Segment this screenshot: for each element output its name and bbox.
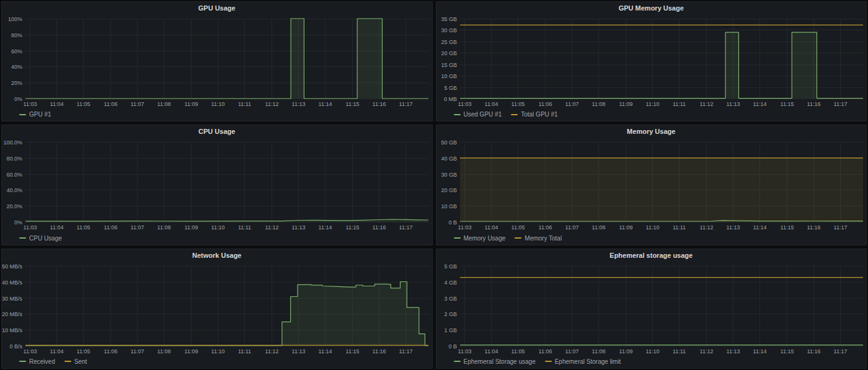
svg-text:11:05: 11:05 [511,224,525,231]
panel-title: GPU Memory Usage [619,2,684,15]
svg-text:100%: 100% [8,16,22,22]
svg-text:11:14: 11:14 [319,101,332,107]
svg-text:11:14: 11:14 [319,224,332,231]
panel-header[interactable]: CPU Usage [2,125,432,138]
panel-header[interactable]: Memory Usage [436,125,867,138]
svg-text:30 MB/s: 30 MB/s [2,295,22,301]
legend-series-dash-icon [454,237,461,239]
time-series-plot: 0 B/s10 MB/s20 MB/s30 MB/s40 MB/s50 MB/s… [2,262,432,356]
svg-text:11:15: 11:15 [780,348,794,355]
legend-item[interactable]: Total GPU #1 [511,110,557,119]
legend: Memory UsageMemory Total [436,233,867,245]
legend-series-dash-icon [511,114,518,115]
svg-text:15 GB: 15 GB [441,62,457,68]
chart-gpu-usage[interactable]: 0%20%40%60%80%100%11:0311:0411:0511:0611… [2,15,432,109]
chart-cpu-usage[interactable]: 0%20.0%40.0%60.0%80.0%100.0%11:0311:0411… [2,138,432,232]
svg-text:11:09: 11:09 [185,101,198,107]
legend-item[interactable]: GPU #1 [19,110,51,119]
panel-title: Ephemeral storage usage [609,249,693,262]
svg-text:11:14: 11:14 [753,348,766,355]
svg-text:11:11: 11:11 [238,101,251,107]
svg-text:11:16: 11:16 [373,224,386,231]
svg-text:11:06: 11:06 [104,348,118,355]
svg-text:11:08: 11:08 [157,224,171,231]
legend-item[interactable]: Received [19,357,55,366]
legend-series-dash-icon [19,237,26,239]
legend-item[interactable]: Ephemeral Storage limit [545,357,621,366]
panel-header[interactable]: Ephemeral storage usage [436,249,867,262]
svg-text:10 GB: 10 GB [441,203,457,209]
svg-text:11:16: 11:16 [373,101,386,107]
svg-text:11:06: 11:06 [104,101,118,107]
legend-item[interactable]: Memory Total [515,234,562,243]
svg-text:11:14: 11:14 [319,348,332,355]
legend: CPU Usage [2,233,432,245]
svg-text:11:05: 11:05 [77,101,91,107]
legend-item[interactable]: Used GPU #1 [454,110,502,119]
svg-text:11:13: 11:13 [292,224,306,231]
svg-text:11:13: 11:13 [292,101,306,107]
svg-text:11:08: 11:08 [591,348,605,355]
legend-item[interactable]: Memory Usage [454,234,506,243]
panel-network-usage: Network Usage 0 B/s10 MB/s20 MB/s30 MB/s… [1,249,433,369]
svg-text:11:10: 11:10 [211,101,225,107]
svg-text:11:07: 11:07 [565,348,578,355]
legend-series-dash-icon [454,361,461,362]
svg-text:11:12: 11:12 [265,101,279,107]
svg-text:11:10: 11:10 [645,224,659,231]
svg-text:4 GB: 4 GB [444,279,457,285]
legend-item[interactable]: Ephemeral Storage usage [454,357,536,366]
panel-header[interactable]: Network Usage [2,249,432,262]
svg-text:11:16: 11:16 [807,101,820,107]
svg-text:11:14: 11:14 [753,224,766,231]
legend: Used GPU #1Total GPU #1 [436,109,867,121]
legend: ReceivedSent [2,356,432,368]
svg-text:1 GB: 1 GB [444,327,457,333]
svg-text:11:12: 11:12 [699,348,713,355]
panel-title: Network Usage [192,249,241,262]
svg-text:11:13: 11:13 [726,224,740,231]
svg-text:0 MB: 0 MB [443,96,456,102]
legend-series-dash-icon [515,237,521,239]
svg-text:11:16: 11:16 [807,348,820,355]
svg-text:11:16: 11:16 [373,348,386,355]
legend-series-label: GPU #1 [29,110,51,119]
svg-text:11:06: 11:06 [538,101,552,107]
svg-text:100.0%: 100.0% [3,139,22,146]
legend-item[interactable]: CPU Usage [19,234,62,243]
legend-series-label: Total GPU #1 [521,110,557,119]
chart-memory-usage[interactable]: 0 B10 GB20 GB30 GB40 GB50 GB11:0311:0411… [436,138,867,232]
svg-text:11:17: 11:17 [833,348,847,355]
svg-text:11:11: 11:11 [672,101,685,107]
svg-text:11:13: 11:13 [726,101,740,107]
svg-text:11:07: 11:07 [131,101,144,107]
svg-text:11:15: 11:15 [346,348,360,355]
chart-network-usage[interactable]: 0 B/s10 MB/s20 MB/s30 MB/s40 MB/s50 MB/s… [2,262,432,356]
svg-text:11:04: 11:04 [50,224,64,231]
svg-text:11:04: 11:04 [484,101,498,107]
panel-header[interactable]: GPU Memory Usage [436,2,867,15]
legend-series-label: Memory Usage [464,234,506,243]
svg-text:20 MB/s: 20 MB/s [2,311,22,317]
legend-series-label: CPU Usage [29,234,62,243]
legend-item[interactable]: Sent [64,357,87,366]
svg-text:11:03: 11:03 [458,224,471,231]
svg-text:0%: 0% [14,96,22,102]
svg-text:11:13: 11:13 [292,348,306,355]
chart-gpu-memory-usage[interactable]: 0 MB5 GB10 GB15 GB20 GB25 GB30 GB35 GB11… [436,15,867,109]
legend-series-label: Ephemeral Storage limit [555,357,621,366]
svg-text:11:10: 11:10 [645,101,659,107]
svg-text:60%: 60% [11,48,22,55]
legend-series-dash-icon [19,361,26,362]
svg-text:11:15: 11:15 [780,224,794,231]
svg-text:11:04: 11:04 [484,348,498,355]
svg-text:20%: 20% [11,80,22,86]
time-series-plot: 0 MB5 GB10 GB15 GB20 GB25 GB30 GB35 GB11… [436,15,867,109]
svg-text:11:05: 11:05 [77,224,91,231]
time-series-plot: 0%20%40%60%80%100%11:0311:0411:0511:0611… [2,15,432,109]
grafana-dashboard: GPU Usage 0%20%40%60%80%100%11:0311:0411… [0,0,868,370]
chart-ephemeral-storage-usage[interactable]: 0 B1 GB2 GB3 GB4 GB5 GB11:0311:0411:0511… [436,262,867,356]
svg-text:30 GB: 30 GB [441,172,457,178]
panel-header[interactable]: GPU Usage [2,2,432,15]
svg-text:5 GB: 5 GB [444,263,457,269]
